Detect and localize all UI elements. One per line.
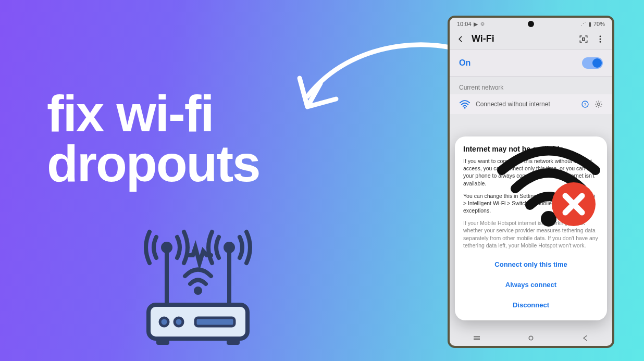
status-time: 10:04 (457, 21, 472, 27)
svg-rect-10 (227, 339, 240, 345)
android-navbar (450, 332, 612, 344)
status-notif-icon: ⛭ (480, 21, 486, 27)
svg-point-4 (196, 289, 200, 293)
svg-point-6 (160, 318, 168, 326)
status-bar: 10:04 ▶ ⛭ ⋰ ▮ 70% (450, 18, 612, 30)
svg-point-22 (529, 336, 533, 340)
headline-line-1: fix wi-fi (47, 89, 260, 139)
svg-point-1 (163, 244, 170, 251)
disconnect-button[interactable]: Disconnect (463, 295, 599, 315)
arrow-icon (279, 31, 477, 135)
section-current-network: Current network (450, 77, 612, 94)
svg-point-13 (600, 38, 601, 40)
home-icon[interactable] (526, 335, 536, 341)
qr-scan-icon[interactable] (579, 34, 588, 44)
svg-point-3 (226, 244, 233, 251)
wifi-toggle-row[interactable]: On (450, 49, 612, 77)
wifi-icon (459, 98, 470, 110)
battery-label: 70% (593, 21, 605, 27)
svg-point-12 (600, 35, 601, 37)
always-connect-button[interactable]: Always connect (463, 275, 599, 295)
nav-back-icon[interactable] (580, 335, 590, 341)
recents-icon[interactable] (472, 335, 481, 341)
gear-icon[interactable] (595, 100, 603, 108)
svg-text:?: ? (584, 102, 587, 107)
connect-once-button[interactable]: Connect only this time (463, 254, 599, 275)
svg-point-15 (464, 107, 465, 108)
svg-rect-11 (583, 38, 585, 40)
network-status-text: Connected without internet (476, 101, 550, 108)
svg-point-7 (175, 318, 183, 326)
more-icon[interactable] (596, 34, 605, 44)
headline-line-2: dropouts (47, 139, 260, 189)
svg-rect-9 (156, 339, 169, 345)
svg-point-14 (600, 41, 601, 42)
back-icon[interactable] (457, 35, 464, 43)
wifi-on-label: On (459, 58, 470, 68)
status-app-icon: ▶ (474, 21, 478, 28)
wifi-status-icon: ⋰ (580, 21, 586, 28)
router-icon (138, 219, 258, 349)
wifi-toggle-switch[interactable] (582, 57, 603, 69)
wifi-disconnected-icon (496, 142, 602, 230)
help-icon[interactable]: ? (581, 100, 589, 108)
headline: fix wi-fi dropouts (47, 89, 260, 189)
svg-rect-8 (195, 318, 234, 326)
signal-icon: ▮ (588, 21, 591, 28)
svg-point-18 (598, 103, 600, 106)
settings-header: Wi-Fi (450, 30, 612, 49)
page-title: Wi-Fi (472, 33, 494, 44)
current-network-row[interactable]: Connected without internet ? (450, 94, 612, 114)
